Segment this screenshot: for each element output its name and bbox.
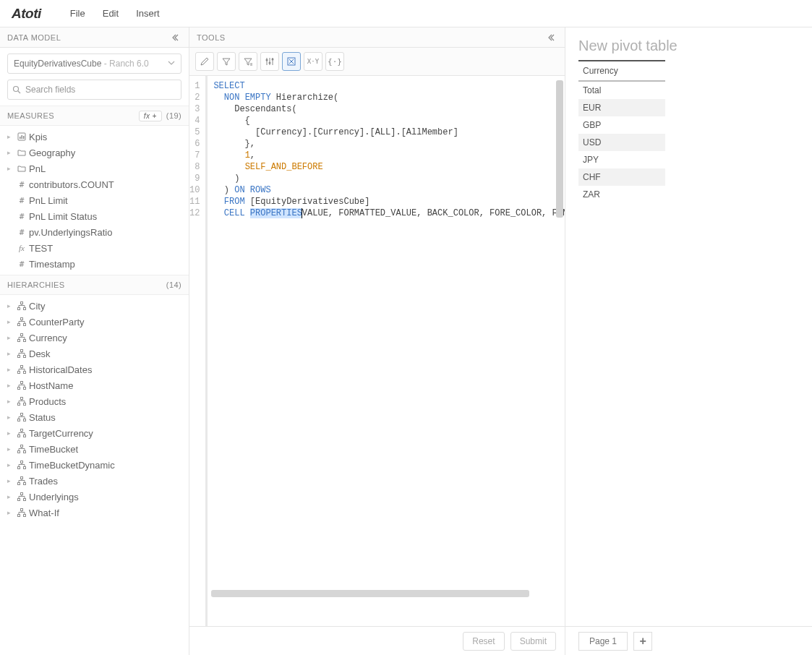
page-tabs-bar: Page 1 + (565, 626, 812, 655)
menu-edit[interactable]: Edit (94, 0, 127, 27)
hierarchy-icon (14, 476, 29, 485)
widget-title[interactable]: New pivot table (565, 27, 812, 60)
svg-rect-39 (21, 477, 23, 479)
expand-caret-icon: ▸ (7, 133, 14, 140)
reset-button[interactable]: Reset (463, 632, 504, 651)
measure-label: PnL (29, 163, 46, 174)
svg-rect-20 (24, 372, 26, 374)
hierarchy-item[interactable]: ▸CounterParty (0, 314, 189, 330)
measure-item[interactable]: ▸Geography (0, 145, 189, 160)
tool-edit-button[interactable] (195, 52, 214, 71)
search-input[interactable]: Search fields (7, 80, 181, 100)
hierarchy-item[interactable]: ▸What-If (0, 505, 189, 521)
pivot-row[interactable]: GBP (578, 116, 665, 134)
pivot-row[interactable]: ZAR (578, 186, 665, 203)
svg-rect-3 (20, 137, 21, 139)
expand-caret-icon: ▸ (7, 334, 14, 341)
menu-file[interactable]: File (61, 0, 94, 27)
hierarchy-item[interactable]: ▸TargetCurrency (0, 425, 189, 441)
collapse-tools-icon[interactable] (547, 33, 557, 43)
measure-item[interactable]: #PnL Limit (0, 192, 189, 208)
hierarchy-label: Underlyings (29, 492, 79, 502)
pivot-column-header[interactable]: Currency (578, 61, 665, 82)
folder-icon (14, 148, 29, 157)
expand-caret-icon: ▸ (7, 382, 14, 389)
hierarchy-icon (14, 461, 29, 469)
pivot-table[interactable]: Currency TotalEURGBPUSDJPYCHFZAR (578, 60, 665, 203)
editor-content[interactable]: SELECT NON EMPTY Hierarchize( Descendant… (205, 76, 565, 626)
pivot-row[interactable]: CHF (578, 168, 665, 186)
hierarchy-item[interactable]: ▸Currency (0, 330, 189, 346)
measures-tree: ▸Kpis▸Geography▸PnL#contributors.COUNT#P… (0, 126, 189, 275)
expand-caret-icon: ▸ (7, 477, 14, 484)
tool-mdx-button[interactable] (282, 52, 301, 71)
cube-selector[interactable]: EquityDerivativesCube - Ranch 6.0 (7, 53, 181, 74)
measure-label: PnL Limit Status (29, 211, 97, 222)
hierarchy-item[interactable]: ▸TimeBucket (0, 441, 189, 457)
hierarchy-label: HostName (29, 380, 73, 391)
tool-filter-button[interactable] (217, 52, 236, 71)
measure-item[interactable]: #Timestamp (0, 256, 189, 272)
expand-caret-icon: ▸ (7, 461, 14, 468)
pivot-row[interactable]: EUR (578, 99, 665, 116)
vertical-scrollbar[interactable] (556, 80, 563, 218)
hierarchy-item[interactable]: ▸City (0, 298, 189, 314)
svg-rect-32 (24, 435, 26, 437)
pivot-row[interactable]: JPY (578, 151, 665, 168)
measure-label: TEST (29, 243, 53, 254)
expand-caret-icon: ▸ (7, 165, 14, 172)
svg-rect-13 (18, 340, 20, 342)
add-page-button[interactable]: + (633, 632, 652, 651)
data-model-header: DATA MODEL (0, 27, 189, 48)
expand-caret-icon: ▸ (7, 366, 14, 373)
hierarchy-icon (14, 508, 29, 517)
hierarchy-item[interactable]: ▸HostName (0, 377, 189, 393)
page-tab[interactable]: Page 1 (578, 632, 628, 651)
mdx-editor[interactable]: 123456789101112 SELECT NON EMPTY Hierarc… (189, 76, 565, 626)
hash-icon: # (14, 196, 29, 205)
hierarchy-item[interactable]: ▸Products (0, 393, 189, 409)
pivot-row[interactable]: Total (578, 82, 665, 99)
submit-button[interactable]: Submit (510, 632, 556, 651)
hierarchy-item[interactable]: ▸Trades (0, 473, 189, 489)
svg-rect-27 (21, 414, 23, 416)
measure-item[interactable]: #pv.UnderlyingsRatio (0, 224, 189, 240)
svg-rect-8 (24, 308, 26, 310)
measure-label: PnL Limit (29, 195, 68, 206)
tool-xy-button[interactable]: X·Y (304, 52, 322, 71)
tool-sliders-button[interactable] (260, 52, 279, 71)
tool-funnel-button[interactable] (239, 52, 257, 71)
horizontal-scrollbar[interactable] (211, 590, 529, 597)
svg-rect-4 (22, 135, 23, 139)
hierarchy-item[interactable]: ▸TimeBucketDynamic (0, 457, 189, 473)
svg-rect-35 (24, 451, 26, 453)
svg-rect-24 (21, 398, 23, 400)
svg-rect-7 (18, 308, 20, 310)
svg-rect-16 (18, 356, 20, 358)
add-measure-button[interactable]: fx + (139, 111, 162, 121)
hash-icon: # (14, 228, 29, 237)
svg-rect-28 (18, 419, 20, 421)
measures-title: MEASURES (7, 111, 54, 120)
measure-item[interactable]: #contributors.COUNT (0, 176, 189, 192)
measure-item[interactable]: ▸PnL (0, 160, 189, 176)
cube-name: EquityDerivativesCube (14, 59, 101, 69)
svg-rect-40 (18, 483, 20, 485)
fx-icon: fx (14, 244, 29, 252)
collapse-left-icon[interactable] (171, 33, 181, 43)
measure-item[interactable]: #PnL Limit Status (0, 208, 189, 224)
measure-item[interactable]: ▸Kpis (0, 129, 189, 145)
hierarchy-icon (14, 349, 29, 358)
hierarchy-item[interactable]: ▸Underlyings (0, 489, 189, 505)
tool-braces-button[interactable]: {·} (325, 52, 344, 71)
expand-caret-icon: ▸ (7, 302, 14, 309)
menu-insert[interactable]: Insert (127, 0, 168, 27)
data-model-panel: DATA MODEL EquityDerivativesCube - Ranch… (0, 27, 189, 655)
measure-item[interactable]: fxTEST (0, 240, 189, 256)
pivot-row[interactable]: USD (578, 134, 665, 151)
hierarchy-item[interactable]: ▸Status (0, 409, 189, 425)
hierarchy-icon (14, 333, 29, 342)
hash-icon: # (14, 180, 29, 189)
hierarchy-item[interactable]: ▸HistoricalDates (0, 361, 189, 377)
hierarchy-item[interactable]: ▸Desk (0, 346, 189, 361)
